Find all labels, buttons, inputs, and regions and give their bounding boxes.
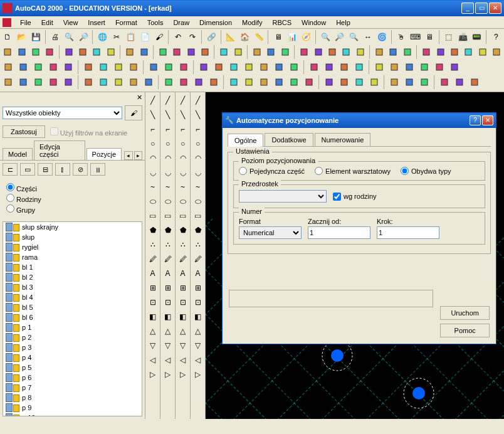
- tool-button[interactable]: △: [176, 324, 190, 338]
- toolbar-button[interactable]: [462, 45, 475, 59]
- toolbar-button[interactable]: [265, 45, 277, 59]
- toolbar-button[interactable]: [61, 75, 75, 89]
- tool-button[interactable]: ╱: [146, 93, 160, 107]
- tool-button[interactable]: ▷: [146, 368, 160, 381]
- menu-format[interactable]: Format: [110, 18, 142, 28]
- toolbar-button[interactable]: [162, 75, 176, 89]
- tool-button[interactable]: ~: [176, 180, 190, 194]
- tree-item[interactable]: p 5: [3, 363, 142, 373]
- tree-item[interactable]: p 6: [3, 373, 142, 383]
- tool-button[interactable]: △: [161, 324, 175, 338]
- menu-edit[interactable]: Edit: [36, 18, 58, 28]
- toolbar-button[interactable]: 🗋: [1, 30, 14, 44]
- tool-button[interactable]: 🖉: [146, 252, 160, 266]
- tree-item[interactable]: p 4: [3, 352, 142, 363]
- tree-item[interactable]: p 8: [3, 393, 142, 403]
- radio-groups[interactable]: Grupy: [6, 204, 139, 214]
- tool-button[interactable]: ⊡: [176, 295, 190, 309]
- toolbar-button[interactable]: [337, 75, 351, 89]
- tool-button[interactable]: △: [146, 324, 160, 338]
- toolbar-button[interactable]: [372, 60, 386, 74]
- tree-item[interactable]: p 9: [3, 403, 142, 413]
- dialog-tab-general[interactable]: Ogólne: [228, 134, 263, 147]
- toolbar-button[interactable]: [251, 45, 263, 59]
- tree-item[interactable]: p 1: [3, 322, 142, 332]
- tool-button[interactable]: ◠: [146, 151, 160, 165]
- tool-button[interactable]: ╲: [176, 108, 190, 122]
- toolbar-button[interactable]: 🔍: [347, 30, 360, 44]
- toolbar-button[interactable]: 📟: [471, 30, 484, 44]
- tool-button[interactable]: △: [191, 324, 205, 338]
- toolbar-button[interactable]: [307, 60, 321, 74]
- tool-button[interactable]: A: [146, 267, 160, 280]
- toolbar-button[interactable]: 📏: [253, 30, 266, 44]
- toolbar-button[interactable]: [373, 45, 386, 59]
- tree-item[interactable]: bl 2: [3, 272, 142, 282]
- start-from-input[interactable]: [308, 226, 370, 239]
- toolbar-button[interactable]: [298, 45, 310, 59]
- toolbar-button[interactable]: [242, 60, 256, 74]
- menu-insert[interactable]: Insert: [83, 18, 110, 28]
- toolbar-button[interactable]: [227, 75, 241, 89]
- tool-button[interactable]: ⬭: [146, 194, 160, 208]
- menu-view[interactable]: View: [58, 18, 83, 28]
- toolbar-button[interactable]: ?: [490, 30, 503, 44]
- tool-button[interactable]: ⬟: [146, 223, 160, 237]
- tool-button[interactable]: ▭: [161, 209, 175, 223]
- tool-button[interactable]: A: [161, 267, 175, 280]
- toolbar-button[interactable]: [127, 60, 140, 74]
- toolbar-button[interactable]: [162, 60, 176, 74]
- toolbar-button[interactable]: [61, 60, 75, 74]
- tree-item[interactable]: słup skrajny: [3, 222, 142, 232]
- tool-button[interactable]: 🖉: [176, 252, 190, 266]
- tool-button[interactable]: ⊞: [146, 281, 160, 295]
- format-dropdown[interactable]: Numerical: [239, 226, 302, 239]
- use-filters-checkbox[interactable]: Użyj filtrów na ekranie: [50, 127, 128, 137]
- tool-button[interactable]: ⊞: [176, 281, 190, 295]
- toolbar-button[interactable]: [15, 45, 28, 59]
- toolbar-button[interactable]: [402, 60, 416, 74]
- tool-button[interactable]: ⌐: [191, 122, 205, 136]
- toolbar-button[interactable]: [490, 45, 503, 59]
- toolbar-button[interactable]: [192, 75, 206, 89]
- toolbar-button[interactable]: 🔎: [333, 30, 347, 44]
- tool-button[interactable]: ▷: [161, 368, 175, 381]
- toolbar-button[interactable]: [387, 45, 399, 59]
- toolbar-button[interactable]: 🔍: [319, 30, 332, 44]
- radio-both-types[interactable]: Obydwa typy: [401, 167, 451, 175]
- tool-button[interactable]: ~: [191, 180, 205, 194]
- toolbar-button[interactable]: [302, 75, 316, 89]
- parts-tree[interactable]: słup skrajnysłuprygielramabl 1bl 2bl 3bl…: [3, 221, 142, 416]
- radio-single-part[interactable]: Pojedyncza część: [239, 167, 305, 175]
- step-input[interactable]: [377, 226, 439, 239]
- toolbar-button[interactable]: [97, 60, 110, 74]
- toolbar-button[interactable]: ↔: [362, 30, 375, 44]
- tool-button[interactable]: ◡: [161, 166, 175, 179]
- tool-button[interactable]: ⬟: [161, 223, 175, 237]
- tool-button[interactable]: ○: [161, 137, 175, 151]
- toolbar-button[interactable]: [218, 45, 230, 59]
- toolbar-button[interactable]: [337, 60, 351, 74]
- tree-item[interactable]: rygiel: [3, 242, 142, 252]
- tool-button[interactable]: ▷: [191, 368, 205, 381]
- run-button[interactable]: Uruchom: [440, 306, 490, 320]
- toolbar-button[interactable]: [112, 60, 125, 74]
- dialog-help-button[interactable]: ?: [470, 115, 481, 125]
- toolbar-button[interactable]: 🖨: [49, 30, 62, 44]
- toolbar-button[interactable]: [137, 45, 150, 59]
- toolbar-button[interactable]: [62, 45, 75, 59]
- tool-button[interactable]: ⌐: [146, 122, 160, 136]
- toolbar-button[interactable]: [127, 75, 140, 89]
- tool-button[interactable]: ⬭: [161, 194, 175, 208]
- toolbar-button[interactable]: [257, 75, 271, 89]
- toolbar-button[interactable]: 📊: [286, 30, 299, 44]
- toolbar-button[interactable]: [46, 60, 60, 74]
- tool-button[interactable]: ○: [146, 137, 160, 151]
- tool-button[interactable]: ~: [161, 180, 175, 194]
- filter-apply-icon[interactable]: 🖌: [125, 105, 142, 120]
- toolbar-button[interactable]: [287, 75, 301, 89]
- toolbar-button[interactable]: 📠: [456, 30, 470, 44]
- tool-button[interactable]: ╱: [191, 93, 205, 107]
- toolbar-button[interactable]: [476, 45, 488, 59]
- toolbar-button[interactable]: [340, 45, 352, 59]
